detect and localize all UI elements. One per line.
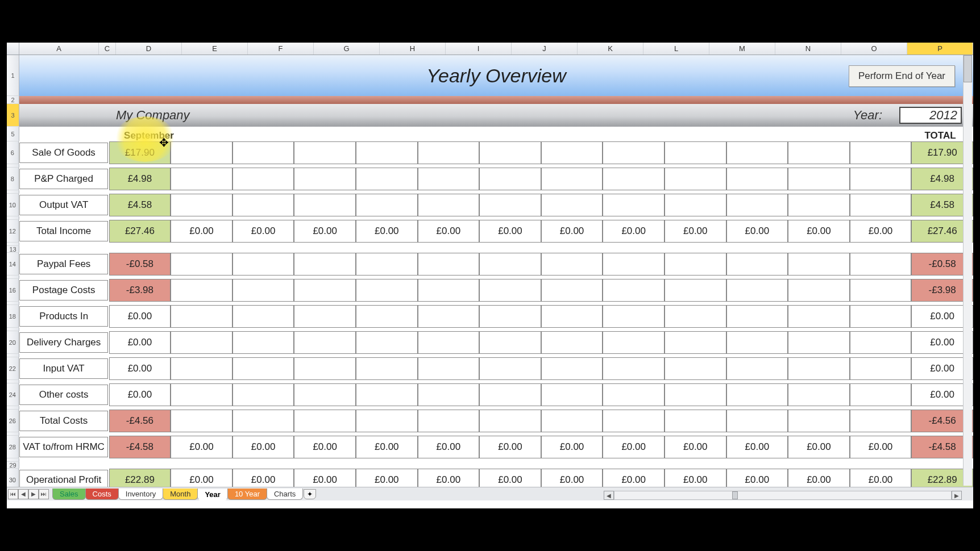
data-cell[interactable] [788,305,850,328]
data-cell[interactable] [232,141,294,164]
data-cell[interactable] [356,253,418,276]
data-cell[interactable]: £0.00 [850,220,912,243]
data-cell[interactable]: £0.00 [603,220,665,243]
data-cell[interactable] [171,279,232,302]
data-cell[interactable] [232,253,294,276]
data-cell[interactable] [479,383,541,406]
data-cell[interactable] [788,331,850,354]
data-cell[interactable] [788,383,850,406]
data-cell[interactable]: £0.00 [850,436,912,458]
data-cell[interactable] [603,279,665,302]
row-header[interactable]: 10 [7,194,19,216]
data-cell[interactable]: £0.00 [603,436,665,458]
year-input[interactable]: 2012 [899,107,962,124]
hscroll-thumb[interactable] [732,491,738,499]
data-cell[interactable]: £0.00 [541,220,603,243]
data-cell[interactable] [603,410,665,432]
data-cell[interactable] [850,357,912,380]
data-cell[interactable] [726,410,788,432]
col-header-M[interactable]: M [709,43,775,55]
data-cell[interactable] [479,410,541,432]
data-cell[interactable] [418,279,480,302]
sheet-tab-charts[interactable]: Charts [267,489,303,500]
data-cell[interactable]: £0.00 [356,220,418,243]
data-cell[interactable]: £4.58 [109,194,171,216]
row-header[interactable]: 12 [7,220,19,243]
data-cell[interactable] [479,331,541,354]
data-cell[interactable]: £17.90 [109,141,171,164]
data-cell[interactable] [665,357,726,380]
data-cell[interactable] [232,305,294,328]
data-cell[interactable] [541,279,603,302]
data-cell[interactable]: -£4.58 [109,436,171,458]
data-cell[interactable] [665,253,726,276]
col-header-A[interactable]: A [19,43,99,55]
data-cell[interactable] [294,331,356,354]
data-cell[interactable] [665,305,726,328]
data-cell[interactable] [418,331,480,354]
data-cell[interactable] [232,331,294,354]
data-cell[interactable] [171,331,232,354]
col-header-L[interactable]: L [643,43,709,55]
data-cell[interactable] [541,305,603,328]
data-cell[interactable]: £0.00 [232,220,294,243]
data-cell[interactable] [665,194,726,216]
data-cell[interactable]: -£3.98 [109,279,171,302]
data-cell[interactable] [850,194,912,216]
row-header[interactable]: 20 [7,331,19,354]
data-cell[interactable] [541,253,603,276]
row-header[interactable]: 14 [7,253,19,276]
data-cell[interactable]: £0.00 [665,436,726,458]
data-cell[interactable] [171,194,232,216]
data-cell[interactable] [356,279,418,302]
data-cell[interactable]: £4.98 [109,168,171,190]
data-cell[interactable] [418,253,480,276]
data-cell[interactable] [603,331,665,354]
data-cell[interactable] [788,168,850,190]
hscroll-track[interactable] [614,491,952,500]
data-cell[interactable] [232,194,294,216]
col-header-N[interactable]: N [775,43,841,55]
data-cell[interactable] [603,383,665,406]
col-header-C[interactable]: C [99,43,116,55]
row-header[interactable]: 29 [7,462,19,469]
data-cell[interactable]: £0.00 [171,220,232,243]
data-cell[interactable]: £0.00 [726,220,788,243]
data-cell[interactable] [541,410,603,432]
data-cell[interactable] [850,168,912,190]
hscroll-right[interactable]: ▶ [952,491,962,500]
row-header-2[interactable]: 2 [7,96,19,104]
data-cell[interactable]: £0.00 [294,436,356,458]
data-cell[interactable] [418,357,480,380]
data-cell[interactable]: -£0.58 [109,253,171,276]
data-cell[interactable] [294,383,356,406]
sheet-tab-sales[interactable]: Sales [52,489,86,500]
data-cell[interactable] [232,279,294,302]
data-cell[interactable] [232,410,294,432]
data-cell[interactable] [603,253,665,276]
data-cell[interactable] [294,194,356,216]
data-cell[interactable] [788,279,850,302]
data-cell[interactable] [850,305,912,328]
data-cell[interactable] [418,141,480,164]
data-cell[interactable] [726,279,788,302]
col-header-O[interactable]: O [841,43,907,55]
data-cell[interactable] [294,279,356,302]
col-header-P[interactable]: P [907,43,973,55]
perform-end-of-year-button[interactable]: Perform End of Year [849,65,955,87]
data-cell[interactable] [418,305,480,328]
data-cell[interactable] [479,357,541,380]
data-cell[interactable] [726,305,788,328]
data-cell[interactable] [603,194,665,216]
data-cell[interactable]: £0.00 [788,436,850,458]
data-cell[interactable] [356,305,418,328]
data-cell[interactable] [541,168,603,190]
col-header-I[interactable]: I [446,43,512,55]
data-cell[interactable]: £0.00 [232,436,294,458]
data-cell[interactable] [850,253,912,276]
data-cell[interactable] [726,383,788,406]
data-cell[interactable] [541,331,603,354]
data-cell[interactable] [726,168,788,190]
data-cell[interactable]: £0.00 [109,357,171,380]
data-cell[interactable] [294,141,356,164]
